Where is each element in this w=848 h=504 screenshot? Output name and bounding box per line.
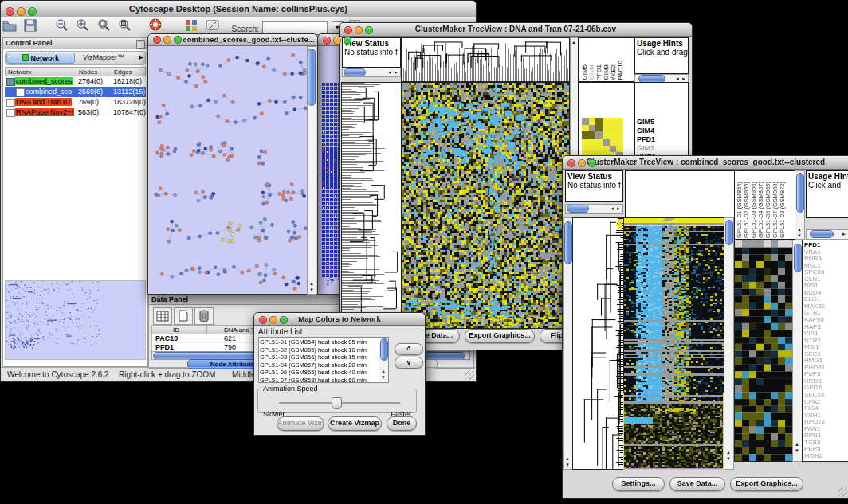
gene-label[interactable]: PFD1 bbox=[804, 242, 825, 249]
gene-label[interactable]: GIM4 bbox=[637, 127, 659, 135]
gene-label[interactable]: PUF3 bbox=[804, 371, 825, 378]
gene-label[interactable]: MON2 bbox=[804, 453, 825, 460]
new-attribute-icon[interactable] bbox=[174, 307, 193, 325]
attribute-item[interactable]: GPL51-07 (GSM868) heat shock 60 min bbox=[260, 377, 379, 384]
attribute-item[interactable]: GPL51-01 (GSM854) heat shock 05 min bbox=[260, 338, 379, 346]
network1-title-bar[interactable]: combined_scores_good.txt--cluste... bbox=[148, 34, 317, 46]
gene-label[interactable]: HAP3 bbox=[804, 324, 825, 331]
gene-label[interactable]: RPO21 bbox=[804, 419, 825, 426]
open-folder-icon[interactable] bbox=[2, 19, 18, 33]
gene-label[interactable]: GIM3 bbox=[637, 144, 659, 153]
gene-label[interactable]: CPA2 bbox=[804, 399, 825, 406]
dialog-button-done[interactable]: Done bbox=[387, 416, 417, 431]
tab-vizmapper[interactable]: VizMapper™ bbox=[76, 53, 132, 62]
gene-label[interactable]: GTB1 bbox=[804, 310, 825, 317]
gene-label[interactable]: PAN1 bbox=[804, 426, 825, 433]
table-mode-icon[interactable] bbox=[153, 307, 172, 325]
tv2-heatmap-canvas[interactable] bbox=[623, 217, 724, 470]
zoom-fit-icon[interactable] bbox=[117, 18, 133, 33]
table-row[interactable]: DNA and Tran 07769(0)183728(0) bbox=[5, 97, 146, 107]
attribute-list[interactable]: GPL51-01 (GSM854) heat shock 05 minGPL51… bbox=[258, 337, 389, 383]
gene-label[interactable]: HRD3 bbox=[804, 378, 825, 385]
speed-slider-thumb[interactable] bbox=[332, 397, 342, 409]
tv1-heatmap-canvas[interactable] bbox=[401, 82, 570, 329]
gene-label[interactable]: PHO81 bbox=[804, 365, 825, 372]
tv2-button-export-graphics-[interactable]: Export Graphics... bbox=[730, 477, 803, 491]
tv1-column-dendrogram-canvas[interactable] bbox=[401, 37, 570, 82]
gene-label[interactable]: SPC98 bbox=[804, 269, 825, 276]
network1-view-canvas[interactable] bbox=[149, 46, 308, 293]
zoom-window-icon[interactable] bbox=[28, 7, 37, 16]
gene-label[interactable]: SEC1 bbox=[804, 351, 825, 358]
attribute-item[interactable]: GPL51-02 (GSM855) heat shock 10 min bbox=[260, 346, 379, 354]
zoom-selected-icon[interactable] bbox=[96, 18, 112, 33]
treeview1-title-bar[interactable]: ClusterMaker TreeView : DNA and Tran 07-… bbox=[340, 23, 692, 37]
tv2-labels-vscrollbar[interactable]: ▲▼ bbox=[795, 170, 805, 240]
main-title-bar[interactable]: Cytoscape Desktop (Session Name: collins… bbox=[1, 1, 476, 18]
gene-label[interactable]: HMG1 bbox=[804, 357, 825, 365]
attribute-item[interactable]: GPL51-04 (GSM857) heat shock 20 min bbox=[260, 361, 379, 369]
gene-label[interactable]: RNR4 bbox=[804, 256, 825, 263]
gene-label[interactable]: YSH1 bbox=[804, 412, 825, 420]
move-up-button[interactable]: ^ bbox=[395, 343, 423, 355]
gene-label[interactable]: CLN1 bbox=[804, 276, 825, 283]
gene-label[interactable]: ELG1 bbox=[804, 296, 825, 303]
minimize-icon[interactable] bbox=[269, 316, 277, 324]
delete-attribute-icon[interactable] bbox=[194, 307, 214, 325]
network1-vscrollbar[interactable]: ▲▼ bbox=[307, 46, 316, 295]
resize-grip[interactable] bbox=[465, 370, 474, 380]
gene-label[interactable]: MAK31 bbox=[804, 303, 825, 311]
gene-label[interactable]: KAP95 bbox=[804, 317, 825, 324]
close-icon[interactable] bbox=[344, 26, 352, 34]
zoom-window-icon[interactable] bbox=[280, 316, 288, 324]
gene-label[interactable]: GPI16 bbox=[804, 385, 825, 392]
tv2-heatmap-vscrollbar[interactable]: ▲▼ bbox=[724, 217, 734, 470]
gene-label[interactable]: PEP5 bbox=[804, 446, 825, 453]
move-down-button[interactable]: v bbox=[395, 357, 423, 369]
tv1-row-dendrogram-canvas[interactable] bbox=[341, 82, 402, 329]
close-icon[interactable] bbox=[567, 159, 575, 167]
attribute-item[interactable]: GPL51-06 (GSM865) heat shock 40 min bbox=[260, 369, 379, 377]
dialog-title-bar[interactable]: Map Colors to Network bbox=[254, 313, 425, 326]
tv1-status-hscrollbar[interactable]: ◄► bbox=[342, 68, 401, 77]
tabs-more-icon[interactable]: ▶ bbox=[139, 54, 143, 61]
attribute-item[interactable]: GPL51-03 (GSM856) heat shock 15 min bbox=[260, 354, 379, 361]
minimize-icon[interactable] bbox=[333, 37, 341, 45]
zoom-window-icon[interactable] bbox=[365, 26, 373, 34]
zoom-window-icon[interactable] bbox=[174, 36, 182, 44]
help-ring-icon[interactable] bbox=[148, 18, 164, 33]
dialog-button-create-vizmap[interactable]: Create Vizmap bbox=[328, 416, 382, 431]
tv2-usage-hscrollbar[interactable]: ► bbox=[806, 229, 848, 240]
tv2-row-dendrogram-canvas[interactable] bbox=[572, 217, 624, 470]
gene-label[interactable]: NIS1 bbox=[804, 283, 825, 290]
vizmapper-icon[interactable] bbox=[184, 19, 200, 33]
tv1-button-export-graphics-[interactable]: Export Graphics... bbox=[465, 329, 535, 343]
gene-label[interactable]: FIG4 bbox=[804, 405, 825, 412]
close-icon[interactable] bbox=[153, 36, 161, 44]
gene-label[interactable]: RPN1 bbox=[804, 432, 825, 440]
resize-grip[interactable] bbox=[838, 487, 847, 497]
gene-label[interactable]: PFD1 bbox=[637, 135, 659, 144]
close-icon[interactable] bbox=[259, 316, 267, 324]
minimize-icon[interactable] bbox=[355, 26, 363, 34]
tv2-status-hscrollbar[interactable]: ◄► bbox=[565, 204, 623, 214]
gene-label[interactable]: TCB3 bbox=[804, 440, 825, 447]
minimize-icon[interactable] bbox=[17, 7, 26, 16]
tv1-summary-matrix[interactable] bbox=[582, 118, 623, 159]
minimize-icon[interactable] bbox=[578, 159, 586, 167]
network-overview-canvas[interactable] bbox=[5, 280, 146, 360]
gene-label[interactable]: YRA1 bbox=[804, 249, 825, 256]
float-panel-icon[interactable] bbox=[136, 40, 145, 49]
tab-network[interactable]: Network bbox=[6, 53, 75, 64]
close-icon[interactable] bbox=[6, 7, 14, 16]
gene-label[interactable]: MSI1 bbox=[804, 344, 825, 351]
zoom-window-icon[interactable] bbox=[588, 159, 596, 167]
attribute-list-vscrollbar[interactable]: ▲▼ bbox=[379, 338, 388, 381]
save-icon[interactable] bbox=[22, 19, 38, 33]
gene-label[interactable]: SEC24 bbox=[804, 392, 825, 399]
gene-label[interactable]: GIM5 bbox=[637, 118, 659, 127]
gene-label[interactable]: VIP1 bbox=[804, 330, 825, 338]
tv2-expression-heatmap-canvas[interactable] bbox=[734, 240, 793, 462]
tv2-button-settings-[interactable]: Settings... bbox=[612, 477, 665, 491]
zoom-out-icon[interactable] bbox=[53, 18, 69, 33]
